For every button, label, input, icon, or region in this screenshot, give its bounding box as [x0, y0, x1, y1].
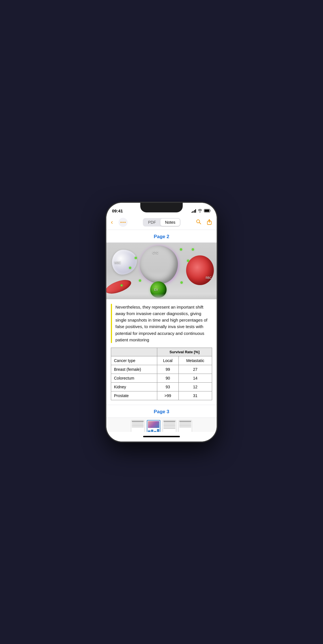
- cell-type: Prostate: [111, 391, 157, 400]
- cell-local: 93: [157, 383, 178, 391]
- green-dot-4: [180, 248, 182, 251]
- cell-metastatic: 12: [178, 383, 212, 391]
- status-time: 09:41: [112, 208, 123, 213]
- thumb-line: [163, 422, 175, 423]
- wbc-cell: WBC: [112, 250, 137, 275]
- thumb-line: [163, 425, 175, 426]
- table-row: Colorectum 90 14: [111, 374, 212, 383]
- thumb-line: [179, 425, 191, 426]
- page2-header: Page 2: [106, 230, 217, 243]
- nav-bar: ‹ PDF Notes: [106, 215, 217, 230]
- page3-header: Page 3: [106, 405, 217, 417]
- thumb-1[interactable]: [131, 420, 145, 432]
- battery-icon: [204, 208, 211, 214]
- dots-icon: [120, 222, 126, 223]
- cell-local: >99: [157, 391, 178, 400]
- thumb-line: [132, 425, 144, 426]
- more-button[interactable]: [119, 218, 128, 227]
- table-row: Prostate >99 31: [111, 391, 212, 400]
- col-local-header: Local: [157, 356, 178, 365]
- cell-metastatic: 14: [178, 374, 212, 383]
- thumb-img: [148, 421, 159, 428]
- signal-icon: [191, 209, 196, 213]
- thumb-3[interactable]: [163, 420, 176, 432]
- thumb-line: [132, 427, 144, 427]
- page3-title: Page 3: [154, 409, 169, 414]
- dot-2: [122, 222, 124, 223]
- svg-line-3: [199, 222, 201, 224]
- signal-bar-1: [191, 212, 192, 213]
- blood-cells-image: WBC CTC EV RBC: [106, 243, 217, 299]
- phone-frame: 09:41: [106, 203, 217, 441]
- status-icons: [191, 208, 211, 214]
- thumb-line: [163, 428, 175, 429]
- rbc-label: RBC: [206, 276, 212, 279]
- green-dot-3: [139, 279, 141, 282]
- svg-rect-1: [204, 210, 209, 212]
- cell-local: 99: [157, 365, 178, 374]
- thumb-4[interactable]: [178, 420, 192, 432]
- nav-left: ‹: [111, 218, 128, 227]
- back-button[interactable]: ‹: [111, 219, 113, 226]
- table-row: Breast (female) 99 27: [111, 365, 212, 374]
- green-dot-8: [192, 248, 194, 251]
- notch: [140, 203, 183, 212]
- thumb-line: [179, 421, 191, 422]
- thumb-line: [163, 424, 175, 425]
- thumb-line: [179, 427, 191, 427]
- phone-screen: 09:41: [106, 203, 217, 441]
- bar-2: [151, 430, 154, 432]
- thumb-line: [163, 421, 175, 422]
- col-type-header: Cancer type: [111, 356, 157, 365]
- wbc-label: WBC: [114, 261, 121, 264]
- bar-4: [157, 429, 160, 432]
- tab-pdf[interactable]: PDF: [143, 219, 160, 226]
- ctc-cell: CTC: [140, 245, 178, 284]
- share-icon[interactable]: [206, 219, 212, 226]
- main-content[interactable]: Page 2 WBC CTC EV: [106, 230, 217, 432]
- thumb-line: [163, 427, 175, 427]
- cell-local: 90: [157, 374, 178, 383]
- survival-rate-header: Survival Rate [%]: [157, 348, 212, 356]
- table-empty-header: [111, 348, 157, 356]
- cell-type: Colorectum: [111, 374, 157, 383]
- home-bar: [143, 436, 180, 437]
- thumb-line: [132, 421, 144, 422]
- green-dot-6: [180, 281, 183, 284]
- green-dot-2: [129, 267, 131, 269]
- quote-block: Nevertheless, they represent an importan…: [111, 304, 212, 343]
- tab-switcher: PDF Notes: [143, 218, 180, 227]
- green-dot-5: [187, 260, 189, 262]
- thumb-line: [179, 424, 191, 425]
- green-dot-7: [120, 284, 123, 287]
- thumb-chart: [148, 428, 159, 432]
- search-icon[interactable]: [196, 219, 201, 226]
- rbc-right: RBC: [186, 255, 214, 285]
- green-dot-1: [135, 257, 137, 259]
- table-row: Kidney 93 12: [111, 383, 212, 391]
- ground-shadow: [106, 294, 217, 299]
- nav-right: [196, 219, 212, 226]
- cell-metastatic: 31: [178, 391, 212, 400]
- thumb-line: [179, 422, 191, 423]
- thumb-line: [132, 424, 144, 425]
- dot-1: [120, 222, 122, 223]
- home-indicator: [106, 432, 217, 441]
- col-metastatic-header: Metastatic: [178, 356, 212, 365]
- thumb-2[interactable]: [147, 420, 160, 432]
- ctc-label: CTC: [152, 251, 158, 254]
- quote-text: Nevertheless, they represent an importan…: [112, 304, 212, 343]
- survival-rate-table: Survival Rate [%] Cancer type Local Meta…: [111, 348, 212, 400]
- thumbnail-strip: [106, 417, 217, 432]
- signal-bar-4: [195, 209, 196, 213]
- cell-metastatic: 27: [178, 365, 212, 374]
- wifi-icon: [198, 208, 202, 214]
- signal-bar-2: [193, 211, 193, 213]
- dot-3: [124, 222, 126, 223]
- tab-notes[interactable]: Notes: [160, 219, 180, 226]
- signal-bar-3: [194, 210, 195, 213]
- cell-type: Kidney: [111, 383, 157, 391]
- cell-type: Breast (female): [111, 365, 157, 374]
- thumb-line: [132, 422, 144, 423]
- ev-label: EV: [154, 288, 158, 291]
